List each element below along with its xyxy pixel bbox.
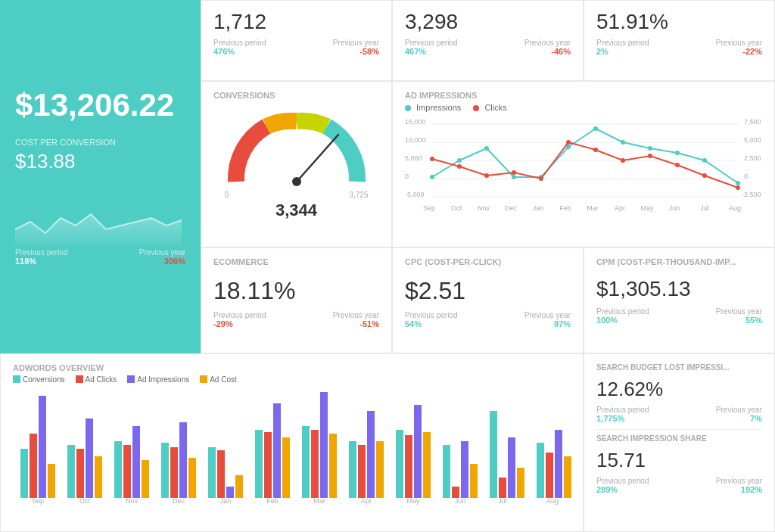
- svg-rect-65: [142, 460, 149, 498]
- cpc-year-label: Previous year: [524, 311, 571, 319]
- line-chart: 15,000 10,000 5,000 0 -5,000 7,500 5,000…: [405, 115, 761, 213]
- svg-text:Aug: Aug: [546, 497, 559, 505]
- adwords-title: ADWORDS OVERVIEW: [13, 363, 571, 372]
- cpm-year-label: Previous year: [716, 307, 762, 316]
- svg-text:Mar: Mar: [313, 497, 325, 505]
- ad-impressions-card: AD IMPRESSIONS Impressions Clicks 15,000…: [392, 81, 775, 248]
- cpm-period-label: Previous period: [596, 307, 649, 316]
- svg-point-30: [430, 157, 434, 161]
- bar-chart: Sep Oct Nov Dec Jan Feb Mar Apr May Jun …: [13, 388, 573, 506]
- svg-point-34: [539, 176, 543, 181]
- svg-text:Jul: Jul: [498, 497, 507, 505]
- cpm-value: $1,305.13: [596, 277, 762, 301]
- si-period-val: 289%: [596, 485, 649, 494]
- gauge-max: 3,725: [349, 191, 368, 199]
- svg-text:May: May: [640, 204, 654, 212]
- svg-text:Oct: Oct: [451, 204, 462, 212]
- svg-text:Oct: Oct: [79, 497, 91, 505]
- svg-text:May: May: [406, 497, 420, 505]
- metric-card-3: 51.91% Previous period 2% Previous year …: [584, 0, 775, 81]
- svg-rect-55: [30, 434, 37, 498]
- svg-rect-80: [320, 392, 328, 498]
- si-period-label: Previous period: [596, 477, 649, 485]
- prev-year-change: 306%: [139, 257, 185, 266]
- svg-rect-101: [564, 456, 571, 498]
- si-year-val: 192%: [716, 485, 762, 494]
- svg-point-2: [292, 177, 301, 186]
- mini-line-chart: [15, 184, 185, 244]
- svg-rect-93: [470, 464, 478, 498]
- ad-impressions-title: AD IMPRESSIONS: [405, 91, 762, 100]
- ecommerce-year-val: -51%: [333, 319, 379, 328]
- svg-rect-71: [217, 450, 225, 498]
- svg-rect-87: [405, 435, 412, 498]
- svg-point-33: [512, 170, 516, 175]
- svg-text:Dec: Dec: [173, 497, 185, 505]
- svg-rect-85: [376, 441, 384, 498]
- impressions-legend: Impressions: [405, 103, 461, 112]
- gauge-min: 0: [225, 191, 229, 199]
- svg-rect-59: [76, 449, 84, 498]
- svg-text:Jun: Jun: [669, 204, 680, 212]
- svg-point-26: [648, 146, 652, 151]
- svg-rect-94: [490, 411, 497, 498]
- metric-3-value: 51.91%: [596, 10, 762, 34]
- svg-point-19: [457, 158, 462, 163]
- metric-2-period-val: 467%: [405, 47, 457, 56]
- svg-point-24: [593, 126, 598, 131]
- svg-point-39: [675, 163, 680, 167]
- conversions-value: 3,344: [275, 201, 317, 220]
- revenue-cell: $13,206.22 COST PER CONVERSION $13.88 Pr…: [0, 0, 201, 353]
- svg-point-37: [621, 158, 625, 163]
- search-impression-section: SEARCH IMPRESSION SHARE 15.71 Previous p…: [596, 434, 762, 500]
- si-year-label: Previous year: [716, 477, 762, 485]
- svg-text:0: 0: [744, 173, 748, 180]
- svg-point-29: [736, 181, 740, 185]
- metric-2-year-val: -46%: [524, 47, 571, 56]
- svg-point-18: [430, 175, 434, 179]
- svg-rect-86: [396, 430, 403, 498]
- svg-rect-99: [546, 453, 553, 498]
- svg-text:Apr: Apr: [615, 204, 625, 212]
- search-budget-title: SEARCH BUDGET LOST IMPRESSI...: [596, 363, 762, 372]
- svg-rect-82: [349, 441, 356, 498]
- svg-text:Jun: Jun: [455, 497, 466, 505]
- cpc-card: CPC (COST-PER-CLICK) $2.51 Previous peri…: [392, 247, 584, 353]
- metric-1-year-val: -58%: [333, 47, 379, 56]
- search-impression-value: 15.71: [596, 449, 762, 472]
- prev-period-change: 118%: [15, 257, 67, 266]
- svg-text:0: 0: [405, 173, 409, 180]
- metric-card-2: 3,298 Previous period 467% Previous year…: [392, 0, 584, 81]
- ecommerce-year-label: Previous year: [333, 311, 379, 319]
- metric-1-year-label: Previous year: [333, 39, 379, 47]
- svg-rect-73: [235, 475, 243, 498]
- metric-2-period-label: Previous period: [405, 39, 457, 47]
- svg-text:2,500: 2,500: [744, 154, 761, 162]
- svg-rect-64: [132, 426, 140, 498]
- svg-text:-5,000: -5,000: [405, 191, 425, 198]
- svg-text:Nov: Nov: [478, 204, 490, 212]
- svg-rect-79: [311, 430, 319, 498]
- svg-rect-88: [414, 405, 422, 498]
- svg-text:Sep: Sep: [423, 204, 435, 212]
- search-budget-section: SEARCH BUDGET LOST IMPRESSI... 12.62% Pr…: [596, 363, 762, 430]
- svg-rect-83: [358, 445, 366, 498]
- ecommerce-card: ECOMMERCE 18.11% Previous period -29% Pr…: [201, 247, 392, 353]
- svg-rect-89: [423, 432, 431, 498]
- svg-text:Aug: Aug: [729, 204, 741, 212]
- svg-text:5,000: 5,000: [405, 154, 422, 162]
- svg-point-28: [702, 158, 707, 163]
- svg-rect-77: [282, 437, 290, 498]
- svg-rect-70: [208, 447, 216, 498]
- search-budget-value: 12.62%: [596, 378, 762, 401]
- svg-point-38: [648, 154, 652, 158]
- metric-card-1: 1,712 Previous period 476% Previous year…: [201, 0, 392, 81]
- revenue-value: $13,206.22: [15, 88, 174, 123]
- cpm-title: CPM (COST-PER-THOUSAND-IMP...: [596, 257, 762, 266]
- sb-period-label: Previous period: [596, 406, 649, 414]
- conversions-card: CONVERSIONS 0 3,725 3,344: [201, 81, 392, 248]
- cpc-period-val: 54%: [405, 319, 457, 328]
- svg-rect-62: [114, 441, 122, 498]
- svg-text:7,500: 7,500: [744, 118, 761, 126]
- metric-2-year-label: Previous year: [524, 39, 571, 47]
